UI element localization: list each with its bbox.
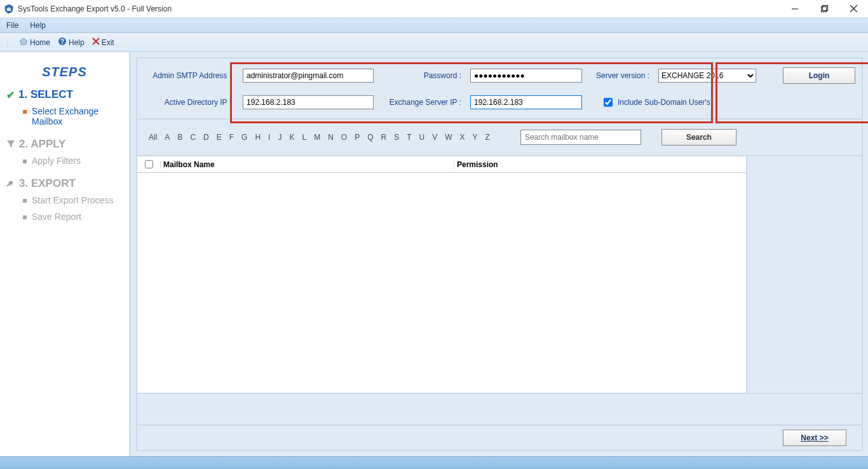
alpha-letter[interactable]: J xyxy=(278,133,281,142)
bullet-icon xyxy=(23,160,27,163)
sidebar: STEPS ✔ 1. SELECT Select Exchange Mailbo… xyxy=(0,52,131,456)
bullet-icon xyxy=(23,199,27,203)
alpha-letter[interactable]: F xyxy=(229,133,234,142)
menu-help[interactable]: Help xyxy=(30,21,46,30)
step-3-label: 3. EXPORT xyxy=(19,177,76,190)
step-3-sub1[interactable]: Start Export Process xyxy=(23,195,123,205)
table-wrap: Mailbox Name Permission xyxy=(136,156,863,394)
highlight-box-1 xyxy=(230,62,713,123)
close-button[interactable] xyxy=(839,0,868,18)
alpha-letter[interactable]: T xyxy=(407,133,411,142)
table-side-panel xyxy=(747,156,862,393)
highlight-box-2 xyxy=(715,62,868,123)
alpha-letter[interactable]: M xyxy=(314,133,320,142)
col-mailbox-name[interactable]: Mailbox Name xyxy=(160,160,454,169)
alpha-letter[interactable]: E xyxy=(217,133,222,142)
step-2-sub-label: Apply Filters xyxy=(32,156,81,166)
select-all-checkbox[interactable] xyxy=(145,160,153,168)
home-icon xyxy=(19,37,28,48)
statusbar xyxy=(0,456,868,469)
alpha-letter[interactable]: P xyxy=(355,133,360,142)
step-2-sub[interactable]: Apply Filters xyxy=(23,156,123,166)
bottom-spacer xyxy=(136,394,863,426)
step-3-sub2[interactable]: Save Report xyxy=(23,212,123,222)
step-1-sub[interactable]: Select Exchange Mailbox xyxy=(23,106,123,126)
menubar: File Help xyxy=(0,18,868,33)
mailbox-table: Mailbox Name Permission xyxy=(137,156,747,393)
alpha-letter[interactable]: B xyxy=(177,133,182,142)
toolbar-help[interactable]: ? Help xyxy=(58,37,85,48)
main-panel: Admin SMTP Address : Password : Server v… xyxy=(131,52,868,456)
check-icon: ✔ xyxy=(6,89,15,101)
step-3-sub1-label: Start Export Process xyxy=(32,195,113,205)
step-2-label: 2. APPLY xyxy=(19,138,65,151)
alpha-letter[interactable]: U xyxy=(419,133,425,142)
ad-ip-label: Active Directory IP : xyxy=(144,98,231,107)
toolbar-exit[interactable]: Exit xyxy=(92,37,114,47)
menu-file[interactable]: File xyxy=(6,21,18,30)
step-2-head[interactable]: 2. APPLY xyxy=(6,138,123,151)
col-permission[interactable]: Permission xyxy=(454,160,746,169)
alpha-letter[interactable]: C xyxy=(190,133,196,142)
table-body xyxy=(137,173,746,393)
toolbar-help-label: Help xyxy=(69,38,85,47)
alpha-letter[interactable]: O xyxy=(341,133,347,142)
alpha-letter[interactable]: D xyxy=(203,133,209,142)
bullet-icon xyxy=(23,215,27,219)
alpha-letter[interactable]: N xyxy=(328,133,334,142)
table-header: Mailbox Name Permission xyxy=(137,156,746,173)
alpha-all[interactable]: All xyxy=(149,133,157,142)
titlebar: SysTools Exchange Export v5.0 - Full Ver… xyxy=(0,0,868,18)
login-panel: Admin SMTP Address : Password : Server v… xyxy=(136,57,863,119)
step-3-sub2-label: Save Report xyxy=(32,212,81,222)
arrow-icon xyxy=(6,179,15,189)
alpha-letter[interactable]: Y xyxy=(473,133,478,142)
alpha-letter[interactable]: R xyxy=(381,133,387,142)
svg-text:?: ? xyxy=(60,38,64,45)
alpha-letter[interactable]: W xyxy=(445,133,452,142)
maximize-button[interactable] xyxy=(810,0,839,18)
alpha-letter[interactable]: G xyxy=(241,133,247,142)
svg-rect-2 xyxy=(821,7,826,12)
minimize-button[interactable] xyxy=(780,0,810,18)
window-title: SysTools Exchange Export v5.0 - Full Ver… xyxy=(18,4,780,13)
alpha-filter-bar: All A B C D E F G H I J K L M N O P Q R … xyxy=(136,119,863,156)
alpha-letter[interactable]: I xyxy=(268,133,270,142)
alpha-letter[interactable]: Z xyxy=(485,133,490,142)
alpha-letters: All A B C D E F G H I J K L M N O P Q R … xyxy=(149,133,490,142)
alpha-letter[interactable]: A xyxy=(165,133,170,142)
search-mailbox-input[interactable] xyxy=(520,130,641,145)
window-controls xyxy=(780,0,868,18)
toolbar-grip: ⋮ xyxy=(4,38,11,47)
alpha-letter[interactable]: V xyxy=(432,133,437,142)
exit-icon xyxy=(92,37,100,47)
admin-smtp-label: Admin SMTP Address : xyxy=(144,71,231,80)
alpha-letter[interactable]: K xyxy=(289,133,294,142)
svg-rect-3 xyxy=(822,6,827,11)
search-button[interactable]: Search xyxy=(661,129,736,146)
toolbar-home-label: Home xyxy=(30,38,50,47)
alpha-letter[interactable]: Q xyxy=(367,133,373,142)
step-3-head[interactable]: 3. EXPORT xyxy=(6,177,123,190)
alpha-letter[interactable]: L xyxy=(302,133,306,142)
alpha-letter[interactable]: X xyxy=(460,133,465,142)
toolbar-home[interactable]: Home xyxy=(19,37,50,48)
app-icon xyxy=(4,4,14,14)
toolbar-exit-label: Exit xyxy=(102,38,114,47)
next-button[interactable]: Next >> xyxy=(783,430,846,446)
step-1-sub-label: Select Exchange Mailbox xyxy=(32,106,123,126)
content: STEPS ✔ 1. SELECT Select Exchange Mailbo… xyxy=(0,52,868,456)
step-1-label: 1. SELECT xyxy=(18,88,73,101)
alpha-letter[interactable]: H xyxy=(255,133,261,142)
filter-icon xyxy=(6,139,15,150)
alpha-letter[interactable]: S xyxy=(394,133,399,142)
step-1-head[interactable]: ✔ 1. SELECT xyxy=(6,88,123,101)
steps-title: STEPS xyxy=(6,65,123,79)
toolbar: ⋮ Home ? Help Exit xyxy=(0,33,868,52)
bullet-icon xyxy=(23,110,27,114)
next-row: Next >> xyxy=(136,426,863,451)
help-icon: ? xyxy=(58,37,67,48)
